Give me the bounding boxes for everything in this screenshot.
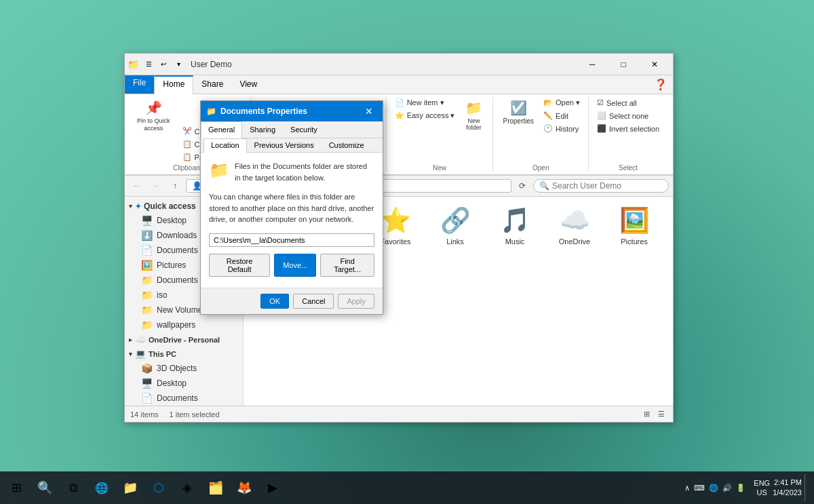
search-box: 🔍: [533, 179, 669, 193]
clock-date: 1/4/2023: [773, 488, 802, 498]
network-icon: 🌐: [709, 484, 718, 492]
properties-button[interactable]: ☑️ Properties: [499, 97, 538, 128]
dialog-close-button[interactable]: ✕: [361, 103, 377, 119]
close-button[interactable]: ✕: [639, 54, 670, 75]
dialog-title: Documents Properties: [220, 106, 357, 116]
onedrive-folder-icon: ☁️: [560, 206, 590, 235]
sidebar-item-documents-pc[interactable]: 📄 Documents: [125, 391, 243, 406]
ribbon-tabs: File Home Share View ❓: [125, 75, 673, 94]
favorites-folder-icon: ⭐: [381, 206, 411, 235]
dialog-tab-general[interactable]: General: [201, 121, 242, 138]
dialog-subtab-previous-versions[interactable]: Previous Versions: [247, 138, 322, 152]
pictures-icon: 🖼️: [141, 260, 153, 271]
sidebar-item-wallpapers[interactable]: 📁 wallpapers: [125, 317, 243, 332]
ribbon-group-open: ☑️ Properties 📂 Open ▾ ✏️ Edit: [499, 97, 589, 172]
dialog-tab-security[interactable]: Security: [283, 121, 325, 138]
edge-button[interactable]: 🌐: [88, 474, 115, 501]
show-hidden-button[interactable]: ∧: [684, 484, 690, 492]
tab-share[interactable]: Share: [193, 75, 231, 94]
task-view-button[interactable]: ⧉: [60, 474, 87, 501]
back-button[interactable]: ←: [129, 178, 145, 194]
forward-button[interactable]: →: [148, 178, 164, 194]
music-folder-icon: 🎵: [500, 206, 530, 235]
move-button[interactable]: Move...: [274, 254, 316, 277]
maximize-button[interactable]: □: [608, 54, 639, 75]
ribbon-help[interactable]: ❓: [648, 75, 673, 94]
file-explorer-button[interactable]: 📁: [117, 474, 144, 501]
dialog-subtab-location[interactable]: Location: [204, 138, 247, 153]
minimize-button[interactable]: ─: [577, 54, 608, 75]
edit-button[interactable]: ✏️ Edit: [541, 110, 583, 121]
open-icon: 📂: [543, 98, 553, 107]
ok-button[interactable]: OK: [260, 294, 289, 309]
folder-music[interactable]: 🎵 Music: [488, 202, 542, 251]
language-display: ENG US: [754, 478, 770, 498]
find-target-button[interactable]: Find Target...: [320, 254, 374, 277]
start-button[interactable]: ⊞: [3, 474, 30, 501]
qat-dropdown[interactable]: ▾: [172, 58, 185, 71]
sidebar-item-3d-objects[interactable]: 📦 3D Objects: [125, 361, 243, 376]
show-desktop-button[interactable]: [805, 474, 809, 501]
easy-access-button[interactable]: ⭐ Easy access ▾: [392, 110, 458, 121]
documents-icon-2: 📄: [141, 393, 153, 404]
new-folder-button[interactable]: 📁 Newfolder: [460, 97, 487, 134]
tab-view[interactable]: View: [231, 75, 265, 94]
onedrive-header[interactable]: ▸ ☁️ OneDrive - Personal: [125, 332, 243, 347]
cancel-button[interactable]: Cancel: [293, 294, 334, 309]
search-taskbar-button[interactable]: 🔍: [31, 474, 58, 501]
large-icons-view-button[interactable]: ⊞: [641, 408, 653, 420]
terminal-button[interactable]: ▶: [259, 474, 286, 501]
documents-properties-dialog: 📁 Documents Properties ✕ General Sharing…: [200, 100, 383, 315]
qat-undo[interactable]: ↩: [157, 58, 170, 71]
explorer-taskbar-button[interactable]: 🗂️: [202, 474, 229, 501]
details-view-button[interactable]: ☰: [655, 408, 667, 420]
dialog-tabs: General Sharing Security: [201, 121, 383, 138]
dialog-subtab-customize[interactable]: Customize: [322, 138, 372, 152]
git-button[interactable]: ◈: [174, 474, 201, 501]
taskbar-clock[interactable]: 2:41 PM 1/4/2023: [773, 478, 802, 499]
new-col: 📄 New item ▾ ⭐ Easy access ▾: [392, 97, 458, 121]
restore-default-button[interactable]: Restore Default: [209, 254, 270, 277]
dialog-folder-image: 📁: [209, 161, 229, 180]
invert-selection-button[interactable]: ⬛ Invert selection: [594, 123, 662, 134]
dialog-path-input[interactable]: [209, 233, 374, 247]
refresh-button[interactable]: ⟳: [514, 178, 530, 194]
folder-onedrive[interactable]: ☁️ OneDrive: [547, 202, 602, 251]
qat-properties[interactable]: ☰: [142, 58, 155, 71]
taskbar: ⊞ 🔍 ⧉ 🌐 📁 ⬡ ◈ 🗂️ 🦊 ▶ ∧ ⌨ 🌐 🔊 🔋 ENG US 2:…: [0, 471, 814, 504]
history-button[interactable]: 🕐 History: [541, 123, 583, 134]
new-item-button[interactable]: 📄 New item ▾: [392, 97, 458, 109]
dialog-tab-sharing[interactable]: Sharing: [242, 121, 283, 138]
clock-time: 2:41 PM: [773, 478, 802, 488]
up-button[interactable]: ↑: [167, 178, 183, 194]
folder-icon-3: 📁: [141, 305, 153, 315]
chevron-down-icon-2: ▾: [129, 351, 132, 357]
new-items: 📄 New item ▾ ⭐ Easy access ▾ 📁 Newfolder: [392, 97, 488, 163]
folder-icon-4: 📁: [141, 319, 153, 330]
tab-home[interactable]: Home: [154, 75, 193, 94]
tab-file[interactable]: File: [125, 75, 154, 94]
this-pc-header[interactable]: ▾ 💻 This PC: [125, 347, 243, 361]
select-label: Select: [619, 164, 638, 172]
select-col: ☑ Select all ⬜ Select none ⬛ Invert sele…: [594, 97, 662, 134]
folder-pictures[interactable]: 🖼️ Pictures: [607, 202, 661, 251]
dialog-info-text-1: Files in the Documents folder are stored…: [235, 161, 374, 183]
apply-button[interactable]: Apply: [338, 294, 374, 309]
open-label: Open: [532, 164, 549, 172]
select-none-button[interactable]: ⬜ Select none: [594, 110, 662, 121]
3d-icon: 📦: [141, 363, 153, 374]
search-input[interactable]: [552, 181, 647, 191]
volume-icon: 🔊: [722, 484, 732, 492]
folder-links[interactable]: 🔗 Links: [428, 202, 482, 251]
select-all-button[interactable]: ☑ Select all: [594, 97, 662, 109]
open-button[interactable]: 📂 Open ▾: [541, 97, 583, 109]
onedrive-icon: ☁️: [135, 334, 146, 345]
documents-icon: 📄: [141, 245, 153, 256]
pin-to-quick-access-button[interactable]: 📌 Pin to Quick access: [130, 97, 177, 135]
sidebar-item-desktop-pc[interactable]: 🖥️ Desktop: [125, 376, 243, 391]
vscode-button[interactable]: ⬡: [145, 474, 172, 501]
dialog-action-buttons: Restore Default Move... Find Target...: [209, 254, 374, 277]
firefox-button[interactable]: 🦊: [231, 474, 258, 501]
dialog-info-row: 📁 Files in the Documents folder are stor…: [209, 161, 374, 183]
taskbar-right: ∧ ⌨ 🌐 🔊 🔋 ENG US 2:41 PM 1/4/2023: [679, 474, 814, 501]
